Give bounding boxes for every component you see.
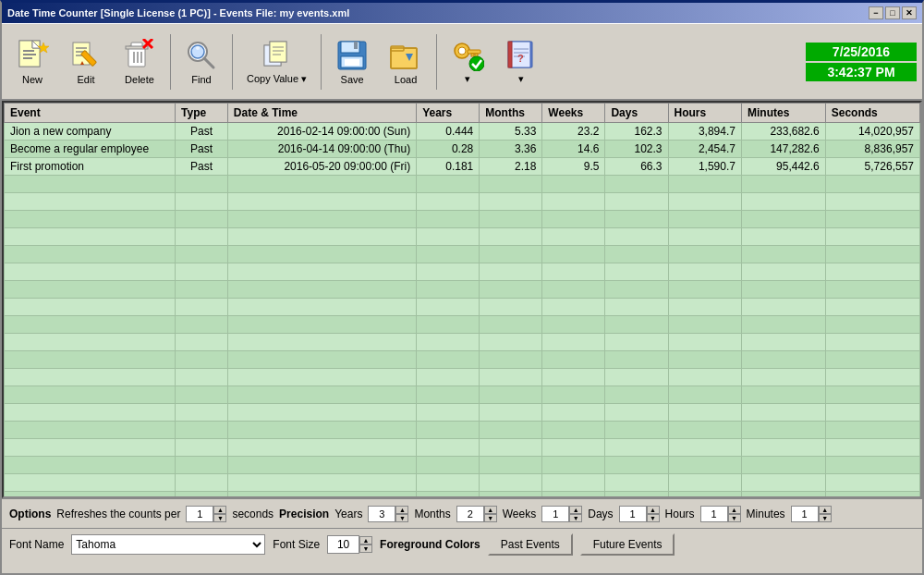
save-button[interactable]: Save [327, 31, 377, 93]
minutes-up[interactable]: ▲ [819, 506, 832, 514]
empty-cell [417, 386, 480, 404]
empty-cell [417, 211, 480, 228]
empty-cell [542, 457, 605, 474]
empty-cell [227, 281, 416, 299]
empty-cell [542, 246, 605, 263]
edit-button[interactable]: Edit [61, 31, 111, 93]
days-input[interactable] [619, 506, 647, 522]
years-up[interactable]: ▲ [395, 506, 408, 514]
col-years[interactable]: Years [417, 104, 480, 123]
table-row[interactable]: First promotionPast2016-05-20 09:00:00 (… [5, 158, 920, 176]
save-icon [335, 39, 369, 72]
empty-cell [825, 457, 919, 474]
delete-button[interactable]: Delete [115, 31, 164, 93]
font-name-select[interactable]: Tahoma [71, 534, 265, 555]
table-cell: 233,682.6 [741, 123, 825, 141]
seconds-up[interactable]: ▲ [213, 506, 226, 514]
minutes-down[interactable]: ▼ [819, 514, 832, 522]
weeks-input[interactable] [541, 506, 569, 522]
table-cell: Past [176, 158, 228, 176]
months-spinner[interactable]: ▲ ▼ [456, 506, 497, 522]
font-size-spinner[interactable]: ▲ ▼ [327, 535, 372, 554]
empty-cell [227, 193, 416, 211]
book-button[interactable]: ? ▾ [496, 31, 546, 93]
datetime-display: 7/25/2016 3:42:37 PM [806, 43, 917, 81]
future-events-button[interactable]: Future Events [580, 533, 675, 556]
hours-up[interactable]: ▲ [728, 506, 741, 514]
empty-cell [668, 176, 741, 193]
col-event[interactable]: Event [5, 104, 176, 123]
empty-cell [605, 334, 668, 351]
window-title: Date Time Counter [Single License (1 PC)… [7, 7, 349, 18]
days-up[interactable]: ▲ [647, 506, 660, 514]
empty-cell [480, 193, 542, 211]
years-down[interactable]: ▼ [395, 514, 408, 522]
empty-cell [176, 246, 228, 263]
empty-cell [825, 228, 919, 246]
table-cell: Past [176, 141, 228, 158]
hours-spinner[interactable]: ▲ ▼ [700, 506, 741, 522]
col-hours[interactable]: Hours [668, 104, 741, 123]
empty-cell [825, 211, 919, 228]
table-row[interactable]: Become a regular employeePast2016-04-14 … [5, 141, 920, 158]
weeks-up[interactable]: ▲ [569, 506, 582, 514]
empty-cell [480, 422, 542, 439]
toolbar: New Edit [2, 23, 922, 101]
weeks-spinner[interactable]: ▲ ▼ [541, 506, 582, 522]
empty-cell [605, 246, 668, 263]
table-row [5, 211, 920, 228]
svg-rect-6 [23, 57, 32, 59]
help-button[interactable]: ▾ [443, 31, 492, 93]
seconds-spinner[interactable]: ▲ ▼ [186, 506, 226, 522]
col-weeks[interactable]: Weeks [542, 104, 605, 123]
svg-point-43 [458, 47, 466, 55]
col-minutes[interactable]: Minutes [741, 104, 825, 123]
font-size-up[interactable]: ▲ [359, 536, 372, 544]
seconds-input[interactable] [186, 506, 213, 522]
events-table: Event Type Date & Time Years Months Week… [4, 103, 920, 498]
col-seconds[interactable]: Seconds [825, 104, 919, 123]
weeks-down[interactable]: ▼ [569, 514, 582, 522]
empty-cell [417, 228, 480, 246]
load-button[interactable]: Load [381, 31, 431, 93]
years-input[interactable] [368, 506, 395, 522]
col-datetime[interactable]: Date & Time [227, 104, 416, 123]
empty-cell [825, 176, 919, 193]
seconds-down[interactable]: ▼ [213, 514, 226, 522]
minimize-button[interactable]: − [869, 6, 883, 19]
table-cell: 147,282.6 [741, 141, 825, 158]
new-button[interactable]: New [7, 31, 57, 93]
empty-cell [542, 263, 605, 281]
table-row [5, 492, 920, 499]
maximize-button[interactable]: □ [885, 6, 900, 19]
months-up[interactable]: ▲ [484, 506, 497, 514]
col-months[interactable]: Months [480, 104, 542, 123]
hours-down[interactable]: ▼ [728, 514, 741, 522]
table-row [5, 228, 920, 246]
copy-value-button[interactable]: Copy Value ▾ [238, 31, 315, 93]
empty-cell [417, 351, 480, 369]
months-down[interactable]: ▼ [484, 514, 497, 522]
font-size-input[interactable] [327, 535, 359, 554]
past-events-button[interactable]: Past Events [488, 533, 573, 556]
find-button[interactable]: Find [176, 31, 226, 93]
hours-input[interactable] [700, 506, 728, 522]
col-type[interactable]: Type [176, 104, 228, 123]
close-button[interactable]: ✕ [902, 6, 917, 19]
empty-cell [542, 193, 605, 211]
days-down[interactable]: ▼ [647, 514, 660, 522]
minutes-spinner[interactable]: ▲ ▼ [791, 506, 832, 522]
empty-cell [176, 316, 228, 334]
events-table-container[interactable]: Event Type Date & Time Years Months Week… [2, 101, 922, 498]
table-row [5, 176, 920, 193]
table-cell: 0.181 [417, 158, 480, 176]
minutes-input[interactable] [791, 506, 819, 522]
table-row[interactable]: Jion a new companyPast2016-02-14 09:00:0… [5, 123, 920, 141]
current-date: 7/25/2016 [806, 43, 917, 61]
col-days[interactable]: Days [605, 104, 668, 123]
days-spinner[interactable]: ▲ ▼ [619, 506, 660, 522]
months-input[interactable] [456, 506, 484, 522]
empty-cell [480, 228, 542, 246]
years-spinner[interactable]: ▲ ▼ [368, 506, 408, 522]
font-size-down[interactable]: ▼ [359, 544, 372, 553]
